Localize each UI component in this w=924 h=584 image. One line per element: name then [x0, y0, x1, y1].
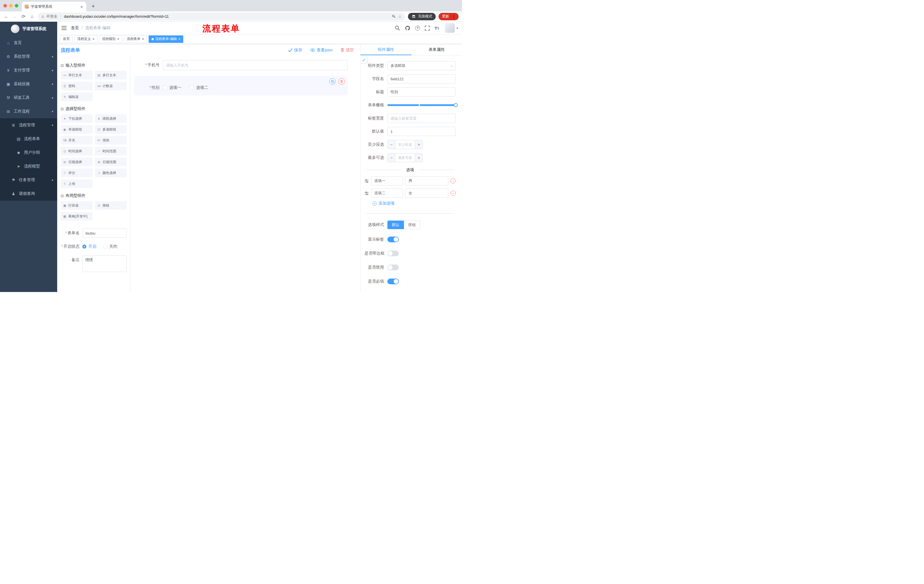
home-icon-browser[interactable]: ⌂ — [29, 14, 35, 19]
min-select-input[interactable] — [395, 140, 415, 149]
grid-slider[interactable] — [388, 100, 456, 110]
drag-handle-icon[interactable] — [365, 179, 369, 183]
browser-update-button[interactable]: 更新 ⋮ — [439, 13, 459, 20]
canvas-field-gender-selected[interactable]: *性别 选项一 选项二 — [134, 76, 348, 95]
remove-option-icon[interactable]: − — [450, 178, 456, 183]
default-value-input[interactable] — [388, 127, 456, 136]
form-name-input[interactable] — [82, 229, 127, 238]
sidebar-item-process-form[interactable]: ▤ 流程表单 — [0, 132, 57, 146]
option-label-input[interactable] — [371, 189, 403, 198]
fullscreen-icon[interactable] — [425, 26, 430, 31]
address-bar[interactable]: ⚠ 不安全 dashboard.yudao.iocoder.cn/bpm/man… — [38, 13, 405, 21]
status-radio-on[interactable]: 开启 — [82, 244, 96, 249]
sidebar-item-infrastructure[interactable]: ▣ 基础设施 ▾ — [0, 77, 57, 91]
palette-item-single-line-text[interactable]: ▭单行文本 — [61, 71, 92, 79]
palette-item-password[interactable]: 密码 — [61, 82, 92, 90]
view-json-button[interactable]: 查看json — [310, 48, 332, 53]
sidebar-item-process-management[interactable]: ≣ 流程管理 ▾ — [0, 118, 57, 132]
checkbox-option-1[interactable]: 选项一 — [163, 85, 181, 90]
palette-item-multi-line-text[interactable]: ▤多行文本 — [95, 71, 127, 79]
tab-form-props[interactable]: 表单属性 — [411, 44, 462, 55]
palette-item-cascader[interactable]: ⋔级联选择 — [95, 114, 127, 123]
key-icon[interactable] — [392, 14, 396, 18]
checkbox-option-2[interactable]: 选项二 — [190, 85, 208, 90]
component-type-select[interactable] — [388, 61, 456, 70]
palette-item-slider[interactable]: 滑块 — [95, 136, 127, 145]
label-width-input[interactable] — [388, 114, 456, 123]
palette-item-select-dropdown[interactable]: ▾下拉选择 — [61, 114, 92, 123]
sidebar-item-leave-query[interactable]: ♟ 请假查询 — [0, 187, 57, 201]
sidebar-item-payment[interactable]: ¥ 支付管理 ▾ — [0, 63, 57, 77]
clear-button[interactable]: 清空 — [340, 48, 354, 53]
drag-handle-icon[interactable] — [365, 191, 369, 195]
minus-icon[interactable]: − — [388, 140, 395, 149]
reload-icon[interactable]: ⟳ — [21, 14, 26, 19]
new-tab-button[interactable]: + — [90, 3, 97, 10]
sidebar-item-user-group[interactable]: ☻ 用户分组 — [0, 146, 57, 160]
window-zoom-button[interactable] — [15, 4, 18, 7]
minus-icon[interactable]: − — [388, 153, 395, 162]
palette-item-editor[interactable]: ✎编辑器 — [61, 92, 92, 101]
max-select-input[interactable] — [395, 153, 415, 162]
title-input[interactable] — [388, 87, 456, 97]
search-icon[interactable] — [395, 25, 400, 31]
slider-handle[interactable] — [454, 103, 458, 107]
style-button-button[interactable]: 按钮 — [404, 220, 420, 229]
hamburger-icon[interactable] — [57, 22, 71, 34]
palette-item-table[interactable]: ▦表格[开发中] — [61, 212, 92, 220]
form-remark-textarea[interactable]: 嘿嘿 — [82, 255, 127, 272]
tag-process-form[interactable]: 流程表单 × — [124, 35, 147, 43]
disabled-toggle[interactable] — [388, 265, 399, 270]
plus-icon[interactable]: + — [415, 140, 422, 149]
palette-item-time-picker[interactable]: ◷时间选择 — [61, 147, 92, 155]
palette-item-time-range[interactable]: ◔时间范围 — [95, 147, 127, 155]
option-value-input[interactable] — [405, 189, 448, 198]
font-size-icon[interactable]: TT — [434, 26, 439, 31]
palette-item-switch[interactable]: 开关 — [61, 136, 92, 145]
sidebar-item-home[interactable]: ⌂ 首页 — [0, 36, 57, 50]
window-close-button[interactable] — [3, 4, 7, 7]
status-radio-off[interactable]: 关闭 — [103, 244, 117, 249]
palette-item-date-range[interactable]: ⊞日期范围 — [95, 158, 127, 166]
required-toggle[interactable] — [388, 278, 399, 284]
remove-option-icon[interactable]: − — [450, 191, 456, 196]
option-label-input[interactable] — [371, 176, 403, 186]
browser-menu-icon[interactable]: ⋮ — [452, 14, 456, 19]
tab-component-props[interactable]: 组件属性 — [361, 44, 411, 55]
back-icon[interactable]: ← — [3, 14, 9, 19]
user-avatar[interactable]: ▾ — [445, 23, 458, 33]
tag-close-icon[interactable]: × — [142, 37, 144, 41]
canvas-field-phone[interactable]: *手机号 — [134, 60, 348, 70]
border-toggle[interactable] — [388, 250, 399, 256]
palette-item-color-picker[interactable]: ◑颜色选择 — [95, 169, 127, 177]
sidebar-item-task-management[interactable]: ⚑ 任务管理 ▾ — [0, 173, 57, 187]
save-button[interactable]: 保存 — [288, 48, 302, 53]
field-name-input[interactable] — [388, 74, 456, 84]
link-button[interactable] — [361, 57, 367, 63]
github-icon[interactable] — [405, 25, 410, 31]
tag-process-model[interactable]: 流程模型 × — [99, 35, 122, 43]
sidebar-item-dev-tools[interactable]: ⚒ 研发工具 ▾ — [0, 91, 57, 105]
plus-icon[interactable]: + — [415, 153, 422, 162]
breadcrumb-home[interactable]: 首页 — [71, 25, 79, 31]
sidebar-item-workflow[interactable]: ⊞ 工作流程 ▾ — [0, 105, 57, 118]
delete-component-button[interactable] — [338, 78, 345, 85]
palette-item-radio-group[interactable]: ◉单选框组 — [61, 125, 92, 134]
tag-close-icon[interactable]: × — [178, 37, 181, 41]
palette-item-upload[interactable]: ⇧上传 — [61, 179, 92, 188]
tag-close-icon[interactable]: × — [92, 37, 95, 41]
tag-home[interactable]: 首页 — [60, 35, 73, 43]
app-logo[interactable]: 芋道管理系统 — [0, 22, 57, 36]
show-label-toggle[interactable] — [388, 237, 399, 242]
tag-process-definition[interactable]: 流程定义 × — [74, 35, 97, 43]
sidebar-item-process-model[interactable]: ➤ 流程模型 — [0, 160, 57, 173]
palette-item-date-picker[interactable]: ⊟日期选择 — [61, 158, 92, 166]
phone-input[interactable] — [163, 60, 348, 70]
sidebar-item-system[interactable]: ⚙ 系统管理 ▾ — [0, 50, 57, 63]
help-icon[interactable]: ? — [415, 26, 420, 31]
tag-close-icon[interactable]: × — [117, 37, 119, 41]
palette-item-rate[interactable]: ☆评分 — [61, 169, 92, 177]
forward-icon[interactable]: → — [12, 14, 18, 19]
form-canvas[interactable]: *手机号 — [130, 56, 360, 292]
option-value-input[interactable] — [405, 176, 448, 186]
